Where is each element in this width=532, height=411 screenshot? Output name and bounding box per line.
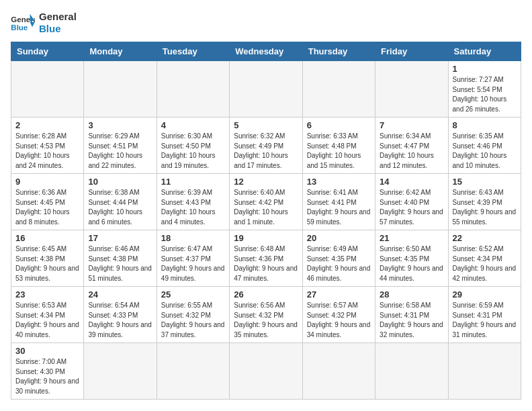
day-number: 24 [88, 289, 152, 300]
day-number: 29 [453, 289, 517, 300]
day-number: 23 [15, 289, 79, 300]
day-info: Sunrise: 6:41 AM Sunset: 4:41 PM Dayligh… [307, 188, 371, 227]
calendar-cell: 1Sunrise: 7:27 AM Sunset: 5:54 PM Daylig… [448, 61, 521, 118]
calendar-cell: 27Sunrise: 6:57 AM Sunset: 4:32 PM Dayli… [302, 287, 375, 343]
calendar-cell [157, 343, 229, 400]
day-number: 1 [453, 64, 517, 74]
day-number: 18 [161, 233, 225, 243]
calendar-cell: 23Sunrise: 6:53 AM Sunset: 4:34 PM Dayli… [11, 287, 84, 343]
day-info: Sunrise: 6:29 AM Sunset: 4:51 PM Dayligh… [88, 132, 152, 171]
calendar-cell: 12Sunrise: 6:40 AM Sunset: 4:42 PM Dayli… [230, 174, 302, 230]
day-info: Sunrise: 6:40 AM Sunset: 4:42 PM Dayligh… [234, 188, 298, 227]
logo-general-text: General [39, 11, 77, 23]
day-number: 28 [380, 289, 443, 300]
day-info: Sunrise: 6:43 AM Sunset: 4:39 PM Dayligh… [453, 188, 517, 227]
weekday-header-saturday: Saturday [448, 42, 521, 61]
calendar-cell: 15Sunrise: 6:43 AM Sunset: 4:39 PM Dayli… [448, 174, 521, 230]
header: General Blue General Blue [11, 11, 521, 35]
calendar-cell [375, 61, 448, 118]
day-info: Sunrise: 6:57 AM Sunset: 4:32 PM Dayligh… [307, 301, 371, 340]
calendar-cell [84, 343, 157, 400]
logo-blue-text: Blue [39, 23, 77, 35]
svg-marker-3 [30, 22, 35, 27]
calendar-cell [448, 343, 521, 400]
calendar-cell [230, 61, 302, 118]
weekday-header-thursday: Thursday [302, 42, 375, 61]
day-info: Sunrise: 6:59 AM Sunset: 4:31 PM Dayligh… [453, 301, 517, 340]
day-number: 2 [15, 120, 79, 130]
day-info: Sunrise: 6:50 AM Sunset: 4:35 PM Dayligh… [380, 244, 443, 283]
day-number: 13 [307, 177, 371, 187]
day-info: Sunrise: 6:33 AM Sunset: 4:48 PM Dayligh… [307, 132, 371, 171]
weekday-header-sunday: Sunday [11, 42, 84, 61]
day-number: 17 [88, 233, 152, 243]
day-info: Sunrise: 6:53 AM Sunset: 4:34 PM Dayligh… [15, 301, 79, 340]
logo: General Blue General Blue [11, 11, 77, 35]
day-info: Sunrise: 6:55 AM Sunset: 4:32 PM Dayligh… [161, 301, 225, 340]
weekday-header-friday: Friday [375, 42, 448, 61]
calendar-cell: 7Sunrise: 6:34 AM Sunset: 4:47 PM Daylig… [375, 118, 448, 174]
calendar-cell [84, 61, 157, 118]
weekday-header-wednesday: Wednesday [230, 42, 302, 61]
calendar-cell: 9Sunrise: 6:36 AM Sunset: 4:45 PM Daylig… [11, 174, 84, 230]
day-info: Sunrise: 6:45 AM Sunset: 4:38 PM Dayligh… [15, 244, 79, 283]
calendar-cell [11, 61, 84, 118]
calendar-cell: 22Sunrise: 6:52 AM Sunset: 4:34 PM Dayli… [448, 230, 521, 287]
day-number: 4 [161, 120, 225, 130]
day-number: 25 [161, 289, 225, 300]
day-info: Sunrise: 7:27 AM Sunset: 5:54 PM Dayligh… [453, 75, 517, 114]
calendar-cell: 21Sunrise: 6:50 AM Sunset: 4:35 PM Dayli… [375, 230, 448, 287]
calendar-cell: 17Sunrise: 6:46 AM Sunset: 4:38 PM Dayli… [84, 230, 157, 287]
day-number: 16 [15, 233, 79, 243]
week-row-3: 9Sunrise: 6:36 AM Sunset: 4:45 PM Daylig… [11, 174, 521, 230]
calendar: SundayMondayTuesdayWednesdayThursdayFrid… [11, 42, 521, 400]
day-info: Sunrise: 6:38 AM Sunset: 4:44 PM Dayligh… [88, 188, 152, 227]
day-info: Sunrise: 6:48 AM Sunset: 4:36 PM Dayligh… [234, 244, 298, 283]
day-info: Sunrise: 6:52 AM Sunset: 4:34 PM Dayligh… [453, 244, 517, 283]
week-row-6: 30Sunrise: 7:00 AM Sunset: 4:30 PM Dayli… [11, 343, 521, 400]
day-number: 27 [307, 289, 371, 300]
calendar-cell: 19Sunrise: 6:48 AM Sunset: 4:36 PM Dayli… [230, 230, 302, 287]
calendar-cell: 4Sunrise: 6:30 AM Sunset: 4:50 PM Daylig… [157, 118, 229, 174]
calendar-cell: 11Sunrise: 6:39 AM Sunset: 4:43 PM Dayli… [157, 174, 229, 230]
day-info: Sunrise: 6:42 AM Sunset: 4:40 PM Dayligh… [380, 188, 443, 227]
calendar-cell: 16Sunrise: 6:45 AM Sunset: 4:38 PM Dayli… [11, 230, 84, 287]
day-info: Sunrise: 7:00 AM Sunset: 4:30 PM Dayligh… [15, 357, 79, 396]
day-info: Sunrise: 6:39 AM Sunset: 4:43 PM Dayligh… [161, 188, 225, 227]
logo-icon: General Blue [11, 13, 35, 33]
day-info: Sunrise: 6:36 AM Sunset: 4:45 PM Dayligh… [15, 188, 79, 227]
calendar-cell: 30Sunrise: 7:00 AM Sunset: 4:30 PM Dayli… [11, 343, 84, 400]
day-info: Sunrise: 6:35 AM Sunset: 4:46 PM Dayligh… [453, 132, 517, 171]
calendar-cell: 28Sunrise: 6:58 AM Sunset: 4:31 PM Dayli… [375, 287, 448, 343]
weekday-header-row: SundayMondayTuesdayWednesdayThursdayFrid… [11, 42, 521, 61]
day-number: 14 [380, 177, 443, 187]
day-number: 11 [161, 177, 225, 187]
week-row-4: 16Sunrise: 6:45 AM Sunset: 4:38 PM Dayli… [11, 230, 521, 287]
day-info: Sunrise: 6:49 AM Sunset: 4:35 PM Dayligh… [307, 244, 371, 283]
calendar-cell [302, 61, 375, 118]
weekday-header-tuesday: Tuesday [157, 42, 229, 61]
weekday-header-monday: Monday [84, 42, 157, 61]
day-number: 15 [453, 177, 517, 187]
day-number: 9 [15, 177, 79, 187]
day-info: Sunrise: 6:34 AM Sunset: 4:47 PM Dayligh… [380, 132, 443, 171]
day-number: 21 [380, 233, 443, 243]
day-number: 30 [15, 346, 79, 356]
calendar-cell [230, 343, 302, 400]
week-row-1: 1Sunrise: 7:27 AM Sunset: 5:54 PM Daylig… [11, 61, 521, 118]
day-number: 6 [307, 120, 371, 130]
day-number: 3 [88, 120, 152, 130]
calendar-cell: 24Sunrise: 6:54 AM Sunset: 4:33 PM Dayli… [84, 287, 157, 343]
day-number: 10 [88, 177, 152, 187]
calendar-cell: 25Sunrise: 6:55 AM Sunset: 4:32 PM Dayli… [157, 287, 229, 343]
calendar-cell: 3Sunrise: 6:29 AM Sunset: 4:51 PM Daylig… [84, 118, 157, 174]
day-info: Sunrise: 6:54 AM Sunset: 4:33 PM Dayligh… [88, 301, 152, 340]
calendar-cell: 26Sunrise: 6:56 AM Sunset: 4:32 PM Dayli… [230, 287, 302, 343]
calendar-cell [157, 61, 229, 118]
day-info: Sunrise: 6:47 AM Sunset: 4:37 PM Dayligh… [161, 244, 225, 283]
day-info: Sunrise: 6:56 AM Sunset: 4:32 PM Dayligh… [234, 301, 298, 340]
calendar-cell [302, 343, 375, 400]
calendar-cell: 5Sunrise: 6:32 AM Sunset: 4:49 PM Daylig… [230, 118, 302, 174]
week-row-5: 23Sunrise: 6:53 AM Sunset: 4:34 PM Dayli… [11, 287, 521, 343]
day-number: 26 [234, 289, 298, 300]
